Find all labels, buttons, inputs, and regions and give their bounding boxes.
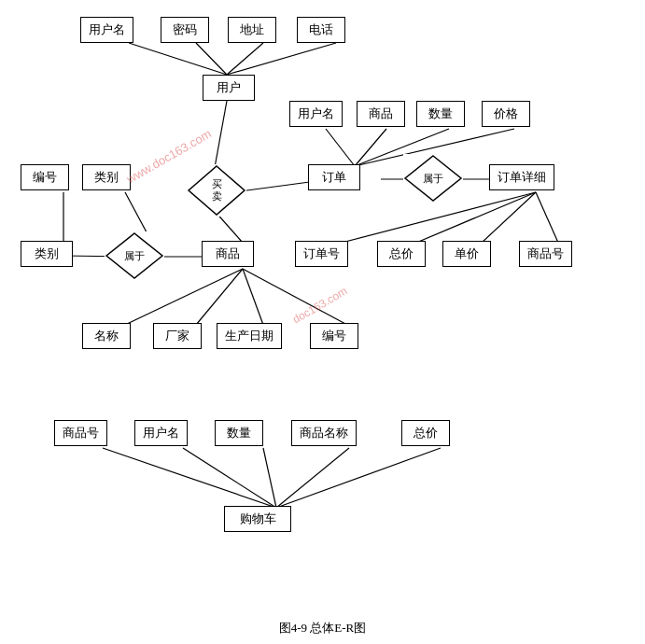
svg-line-23: [243, 269, 263, 325]
node-yonghu: 用户: [203, 75, 255, 101]
node-yonghuming-order: 用户名: [289, 101, 343, 127]
watermark2: doc163.com: [290, 285, 350, 327]
svg-line-29: [276, 448, 441, 508]
caption: 图4-9 总体E-R图: [0, 620, 645, 637]
node-bianhao-cat: 编号: [21, 164, 69, 190]
node-yonghuming-c: 用户名: [134, 420, 188, 446]
node-zongjia-d: 总价: [377, 241, 426, 267]
node-dianhua: 电话: [297, 17, 345, 43]
svg-line-6: [355, 129, 386, 166]
svg-line-20: [536, 192, 558, 243]
node-shengchan: 生产日期: [217, 323, 282, 349]
svg-line-1: [196, 43, 227, 75]
node-mingcheng: 名称: [82, 323, 131, 349]
svg-line-2: [227, 43, 263, 75]
svg-line-0: [129, 43, 227, 75]
connector-lines: [0, 0, 645, 644]
node-dizhi: 地址: [228, 17, 276, 43]
node-dingdanhao: 订单号: [295, 241, 348, 267]
node-shuliang-order: 数量: [416, 101, 465, 127]
svg-line-28: [276, 448, 349, 508]
node-shangpin-mingcheng: 商品名称: [291, 420, 357, 446]
svg-line-27: [263, 448, 276, 508]
svg-line-3: [227, 43, 336, 75]
node-yonghuming-top: 用户名: [80, 17, 133, 43]
node-shuliang-c: 数量: [215, 420, 263, 446]
node-gouwuche: 购物车: [224, 506, 291, 532]
node-shangpinhao-d: 商品号: [519, 241, 572, 267]
node-zongjia-c: 总价: [401, 420, 450, 446]
node-danjia: 单价: [442, 241, 491, 267]
node-shangpinhao-c: 商品号: [54, 420, 107, 446]
node-shangpin-attr: 商品: [357, 101, 405, 127]
node-dingdan: 订单: [308, 164, 360, 190]
svg-line-24: [243, 269, 347, 325]
node-dingdan-detail: 订单详细: [489, 164, 554, 190]
er-diagram: 用户名 密码 地址 电话 用户 用户名 商品 数量 价格 编号 类别 买卖 订单…: [0, 0, 645, 644]
node-mima: 密码: [161, 17, 209, 43]
svg-line-5: [326, 129, 355, 166]
node-maimai: 买卖: [187, 164, 246, 217]
node-bianhao-sp: 编号: [310, 323, 358, 349]
node-jiage: 价格: [482, 101, 530, 127]
node-shuyu-d: 属于: [403, 154, 463, 203]
svg-line-26: [183, 448, 276, 508]
node-changjia: 厂家: [153, 323, 202, 349]
svg-line-19: [482, 192, 536, 243]
svg-line-25: [103, 448, 276, 508]
svg-line-4: [214, 101, 227, 173]
node-leibie-attr: 类别: [82, 164, 131, 190]
node-shuyu-c: 属于: [105, 231, 164, 280]
svg-line-22: [196, 269, 243, 325]
node-leibie: 类别: [21, 241, 73, 267]
node-shangpin: 商品: [202, 241, 254, 267]
